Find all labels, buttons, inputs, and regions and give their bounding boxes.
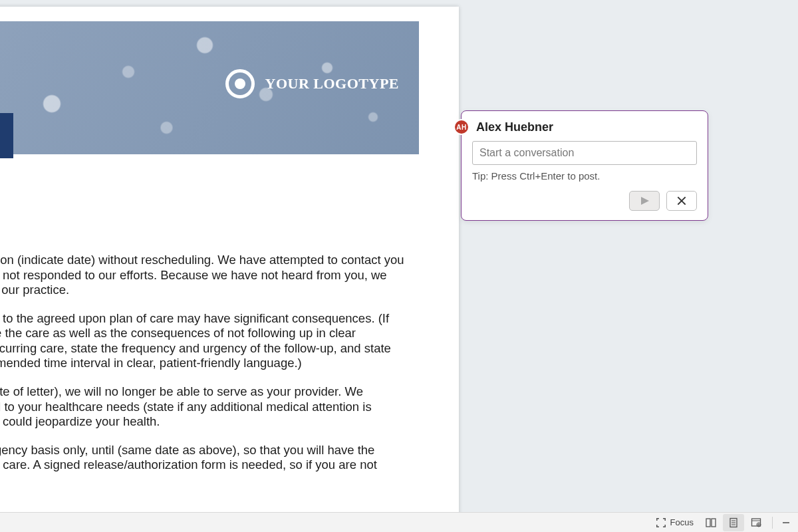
read-mode-button[interactable] bbox=[700, 514, 722, 531]
cancel-comment-button[interactable] bbox=[666, 191, 697, 211]
status-bar: Focus bbox=[0, 512, 798, 532]
zoom-out-button[interactable] bbox=[778, 515, 794, 531]
svg-rect-9 bbox=[712, 519, 716, 527]
paragraph[interactable]: Until that date, we will provide service… bbox=[0, 443, 406, 488]
send-icon bbox=[641, 197, 649, 205]
svg-rect-7 bbox=[664, 525, 666, 527]
comment-card[interactable]: AH Alex Huebner Tip: Press Ctrl+Enter to… bbox=[461, 110, 708, 221]
document-header-image: YOUR LOGOTYPE bbox=[0, 21, 419, 154]
document-body[interactable]: (cancelled or did not show for) your fol… bbox=[0, 253, 406, 501]
comment-tip: Tip: Press Ctrl+Enter to post. bbox=[472, 170, 697, 182]
document-page[interactable]: YOUR LOGOTYPE Letter (cancelled or did n… bbox=[0, 7, 459, 532]
web-layout-button[interactable] bbox=[745, 514, 767, 531]
paragraph[interactable]: (cancelled or did not show for) your fol… bbox=[0, 253, 406, 298]
logo-text: YOUR LOGOTYPE bbox=[265, 75, 399, 92]
minus-icon bbox=[781, 517, 791, 528]
read-mode-icon bbox=[706, 517, 716, 528]
close-icon bbox=[677, 196, 686, 205]
comment-actions bbox=[472, 191, 697, 211]
paragraph[interactable]: Please be advised that after (date at le… bbox=[0, 384, 406, 430]
svg-rect-5 bbox=[656, 525, 658, 527]
avatar: AH bbox=[454, 119, 469, 135]
editor-workspace: YOUR LOGOTYPE Letter (cancelled or did n… bbox=[0, 0, 798, 512]
focus-icon bbox=[656, 517, 666, 528]
svg-rect-1 bbox=[656, 518, 658, 521]
svg-rect-8 bbox=[706, 519, 710, 527]
focus-label: Focus bbox=[670, 517, 694, 527]
separator bbox=[772, 517, 773, 529]
svg-rect-3 bbox=[664, 518, 666, 521]
print-layout-button[interactable] bbox=[723, 514, 744, 531]
focus-mode-button[interactable]: Focus bbox=[650, 514, 699, 531]
header-logo: YOUR LOGOTYPE bbox=[225, 69, 399, 98]
logo-icon bbox=[225, 69, 255, 98]
post-comment-button[interactable] bbox=[629, 191, 660, 211]
print-layout-icon bbox=[728, 517, 739, 528]
svg-rect-19 bbox=[783, 522, 789, 523]
comment-input[interactable] bbox=[472, 141, 697, 165]
comment-author-name: Alex Huebner bbox=[476, 120, 697, 134]
paragraph[interactable]: We are concerned about your health, and … bbox=[0, 311, 406, 371]
document-title-block[interactable]: Letter bbox=[0, 113, 13, 158]
web-layout-icon bbox=[751, 517, 761, 528]
